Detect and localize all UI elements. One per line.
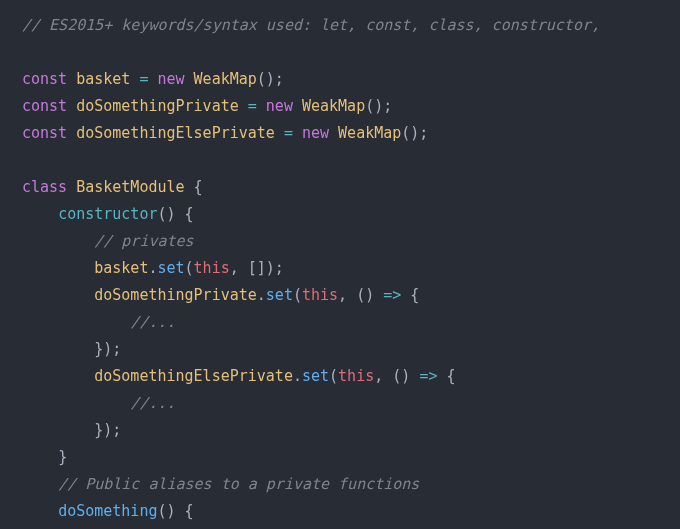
code-token: new: [302, 124, 329, 142]
code-token: [293, 97, 302, 115]
code-line: //...: [22, 390, 680, 417]
code-token: =: [248, 97, 257, 115]
code-token: set: [157, 259, 184, 277]
code-token: [67, 178, 76, 196]
code-token: doSomething: [58, 502, 157, 520]
code-token: const: [22, 70, 67, 88]
code-token: ();: [401, 124, 428, 142]
code-token: basket: [76, 70, 130, 88]
code-token: // ES2015+ keywords/syntax used: let, co…: [22, 16, 600, 34]
code-line: const basket = new WeakMap();: [22, 66, 680, 93]
code-token: [185, 70, 194, 88]
code-token: this: [302, 286, 338, 304]
code-token: [22, 475, 58, 493]
code-token: this: [338, 367, 374, 385]
code-token: [22, 367, 94, 385]
code-token: doSomethingPrivate: [94, 286, 257, 304]
code-line: // privates: [22, 228, 680, 255]
code-token: WeakMap: [194, 70, 257, 88]
code-token: new: [157, 70, 184, 88]
code-token: (: [293, 286, 302, 304]
code-token: doSomethingElsePrivate: [76, 124, 275, 142]
code-block: // ES2015+ keywords/syntax used: let, co…: [0, 0, 680, 529]
code-token: });: [94, 340, 121, 358]
code-line: // ES2015+ keywords/syntax used: let, co…: [22, 12, 680, 39]
code-token: ();: [365, 97, 392, 115]
code-line: doSomethingPrivate.set(this, () => {: [22, 282, 680, 309]
code-token: [22, 448, 58, 466]
code-token: set: [302, 367, 329, 385]
code-token: });: [94, 421, 121, 439]
code-token: [239, 97, 248, 115]
code-token: doSomethingElsePrivate: [94, 367, 293, 385]
code-token: WeakMap: [302, 97, 365, 115]
code-token: (: [185, 259, 194, 277]
code-line: [22, 39, 680, 66]
code-token: {: [401, 286, 419, 304]
code-line: class BasketModule {: [22, 174, 680, 201]
code-line: doSomethingElsePrivate.set(this, () => {: [22, 363, 680, 390]
code-token: constructor: [58, 205, 157, 223]
code-token: // Public aliases to a private functions: [58, 475, 419, 493]
code-line: });: [22, 336, 680, 363]
code-token: [185, 178, 194, 196]
code-line: // Public aliases to a private functions: [22, 471, 680, 498]
code-token: , (): [374, 367, 419, 385]
code-token: .: [293, 367, 302, 385]
code-token: [67, 70, 76, 88]
code-token: [329, 124, 338, 142]
code-line: }: [22, 444, 680, 471]
code-line: const doSomethingPrivate = new WeakMap()…: [22, 93, 680, 120]
code-token: [257, 97, 266, 115]
code-token: [67, 97, 76, 115]
code-token: =: [284, 124, 293, 142]
code-token: class: [22, 178, 67, 196]
code-token: [22, 205, 58, 223]
code-line: [22, 147, 680, 174]
code-token: //...: [130, 394, 175, 412]
code-token: ();: [257, 70, 284, 88]
code-token: .: [257, 286, 266, 304]
code-token: [22, 502, 58, 520]
code-token: const: [22, 97, 67, 115]
code-line: //...: [22, 309, 680, 336]
code-token: =>: [419, 367, 437, 385]
code-token: {: [194, 178, 203, 196]
code-token: [22, 232, 94, 250]
code-line: });: [22, 417, 680, 444]
code-token: [22, 259, 94, 277]
code-token: , (): [338, 286, 383, 304]
code-line: const doSomethingElsePrivate = new WeakM…: [22, 120, 680, 147]
code-token: set: [266, 286, 293, 304]
code-token: [22, 421, 94, 439]
code-token: }: [58, 448, 67, 466]
code-token: doSomethingPrivate: [76, 97, 239, 115]
code-token: () {: [157, 205, 193, 223]
code-token: [22, 286, 94, 304]
code-token: new: [266, 97, 293, 115]
code-token: (: [329, 367, 338, 385]
code-token: basket: [94, 259, 148, 277]
code-token: BasketModule: [76, 178, 184, 196]
code-token: [22, 394, 130, 412]
code-token: () {: [157, 502, 193, 520]
code-token: //...: [130, 313, 175, 331]
code-line: doSomething() {: [22, 498, 680, 525]
code-token: [22, 340, 94, 358]
code-line: basket.set(this, []);: [22, 255, 680, 282]
code-token: [293, 124, 302, 142]
code-token: =>: [383, 286, 401, 304]
code-token: [275, 124, 284, 142]
code-token: this: [194, 259, 230, 277]
code-token: const: [22, 124, 67, 142]
code-line: constructor() {: [22, 201, 680, 228]
code-token: WeakMap: [338, 124, 401, 142]
code-token: , []);: [230, 259, 284, 277]
code-token: {: [437, 367, 455, 385]
code-token: // privates: [94, 232, 193, 250]
code-token: [67, 124, 76, 142]
code-token: [22, 313, 130, 331]
